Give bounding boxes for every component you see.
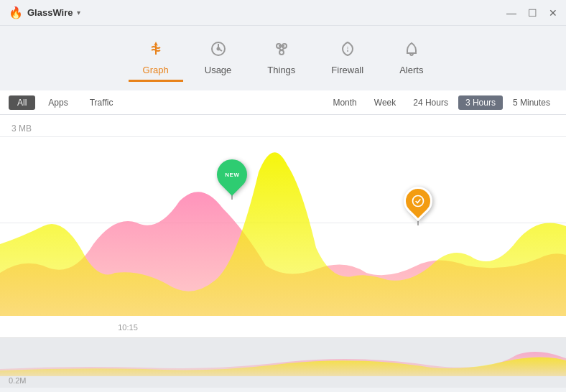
time-marker-label: 10:15: [118, 323, 138, 332]
time-filter: Month Week 24 Hours 3 Hours 5 Minutes: [325, 95, 557, 110]
svg-point-11: [413, 196, 424, 207]
chart-svg: [0, 115, 566, 316]
app-dropdown-chevron[interactable]: ▾: [77, 9, 80, 17]
nav-tabs: Graph Usage Things: [0, 26, 566, 90]
title-bar: 🔥 GlassWire ▾ — ☐ ✕: [0, 0, 566, 26]
maximize-button[interactable]: ☐: [528, 8, 537, 18]
tab-graph-label: Graph: [143, 65, 169, 75]
filter-apps[interactable]: Apps: [40, 95, 76, 110]
title-bar-left: 🔥 GlassWire ▾: [9, 6, 80, 19]
time-week[interactable]: Week: [367, 95, 403, 110]
usage-icon: [210, 40, 227, 60]
tab-usage[interactable]: Usage: [190, 34, 246, 82]
svg-point-9: [347, 50, 348, 52]
app-logo: 🔥: [9, 6, 23, 19]
minimize-button[interactable]: —: [506, 8, 516, 18]
time-24hours[interactable]: 24 Hours: [406, 95, 455, 110]
chart-area: 3 MB 10:15 NEW: [0, 115, 566, 337]
filter-bar: All Apps Traffic Month Week 24 Hours 3 H…: [0, 90, 566, 115]
time-month[interactable]: Month: [325, 95, 363, 110]
alerts-icon: [403, 40, 420, 60]
app-name: GlassWire: [27, 7, 73, 18]
alert-marker-icon: [411, 194, 425, 208]
tab-firewall[interactable]: Firewall: [317, 34, 378, 82]
graph-icon: [147, 40, 164, 60]
tab-graph[interactable]: Graph: [129, 34, 183, 82]
svg-line-6: [279, 48, 282, 50]
tab-alerts[interactable]: Alerts: [385, 34, 437, 82]
tab-things-label: Things: [267, 65, 295, 75]
alert-marker[interactable]: [404, 187, 432, 225]
time-5minutes[interactable]: 5 Minutes: [506, 95, 557, 110]
svg-line-7: [282, 48, 284, 50]
new-marker[interactable]: NEW: [217, 159, 247, 200]
tab-things[interactable]: Things: [253, 34, 310, 82]
tab-alerts-label: Alerts: [399, 65, 423, 75]
things-icon: [273, 40, 290, 60]
svg-point-2: [217, 48, 219, 50]
firewall-icon: [339, 40, 356, 60]
window-controls: — ☐ ✕: [506, 8, 557, 18]
time-3hours[interactable]: 3 Hours: [458, 95, 503, 110]
close-button[interactable]: ✕: [549, 8, 557, 18]
filter-all[interactable]: All: [9, 95, 35, 110]
tab-usage-label: Usage: [205, 65, 232, 75]
mini-chart-label: 0.2M: [9, 376, 26, 385]
svg-point-5: [279, 50, 284, 55]
filter-traffic[interactable]: Traffic: [81, 95, 122, 110]
tab-firewall-label: Firewall: [331, 65, 363, 75]
mini-chart-svg: [0, 340, 566, 376]
mini-chart: 0.2M: [0, 337, 566, 388]
